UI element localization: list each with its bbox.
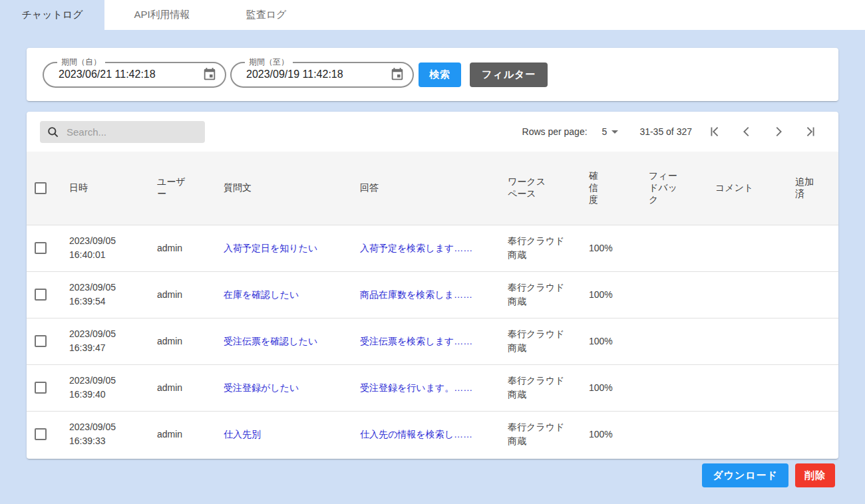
cell-confidence: 100% — [589, 336, 613, 346]
select-all-checkbox[interactable] — [35, 182, 47, 194]
col-header-question: 質問文 — [213, 152, 349, 225]
footer-actions: ダウンロード 削除 — [702, 463, 835, 487]
calendar-icon[interactable] — [202, 67, 217, 82]
download-button[interactable]: ダウンロード — [702, 463, 788, 487]
first-page-icon — [707, 124, 722, 139]
question-link[interactable]: 受注伝票を確認したい — [224, 336, 317, 346]
table-row: 2023/09/05 16:39:47 admin 受注伝票を確認したい 受注伝… — [27, 318, 838, 364]
answer-link[interactable]: 受注伝票を検索します…… — [360, 336, 472, 346]
pagination: Rows per page: 5 31-35 of 327 — [522, 118, 826, 145]
tab-bar: チャットログ API利用情報 監査ログ — [0, 0, 865, 30]
cell-workspace: 奉行クラウド 商蔵 — [508, 235, 564, 260]
row-checkbox[interactable] — [35, 289, 47, 301]
filter-panel: 期間（自） 2023/06/21 11:42:18 期間（至） 2023/09/… — [27, 48, 838, 101]
col-header-confidence: 確 信 度 — [578, 152, 638, 225]
table-header-row: 日時 ユーザ ー 質問文 回答 ワークス ペース 確 信 度 フィー ドバッ ク… — [27, 152, 838, 225]
question-link[interactable]: 在庫を確認したい — [224, 289, 299, 300]
rows-per-page-select[interactable]: 5 — [602, 126, 619, 137]
cell-workspace: 奉行クラウド 商蔵 — [508, 282, 564, 307]
chevron-left-icon — [739, 124, 754, 139]
cell-user: admin — [157, 429, 182, 440]
rows-per-page-value: 5 — [602, 126, 607, 137]
col-header-answer: 回答 — [349, 152, 497, 225]
delete-button[interactable]: 削除 — [795, 463, 835, 487]
date-from-value[interactable]: 2023/06/21 11:42:18 — [59, 68, 202, 80]
question-link[interactable]: 受注登録がしたい — [224, 382, 299, 393]
answer-link[interactable]: 仕入先の情報を検索し…… — [360, 429, 472, 440]
search-icon — [47, 126, 59, 138]
cell-datetime: 2023/09/05 16:39:47 — [69, 328, 116, 353]
col-header-workspace: ワークス ペース — [497, 152, 578, 225]
question-link[interactable]: 入荷予定日を知りたい — [224, 243, 317, 253]
cell-datetime: 2023/09/05 16:39:54 — [69, 282, 116, 307]
rows-per-page-label: Rows per page: — [522, 126, 588, 137]
cell-workspace: 奉行クラウド 商蔵 — [508, 328, 564, 353]
row-checkbox[interactable] — [35, 242, 47, 254]
tab-audit-log[interactable]: 監査ログ — [220, 0, 313, 30]
cell-user: admin — [157, 382, 182, 393]
date-to-value[interactable]: 2023/09/19 11:42:18 — [246, 68, 390, 80]
date-to-field[interactable]: 期間（至） 2023/09/19 11:42:18 — [230, 62, 414, 88]
cell-user: admin — [157, 289, 182, 300]
col-header-user: ユーザ ー — [146, 152, 213, 225]
screen: チャットログ API利用情報 監査ログ 期間（自） 2023/06/21 11:… — [0, 0, 865, 504]
row-checkbox[interactable] — [35, 382, 47, 394]
last-page-icon — [803, 124, 818, 139]
first-page-button[interactable] — [699, 118, 731, 145]
date-from-label: 期間（自） — [57, 57, 105, 66]
calendar-icon[interactable] — [390, 67, 405, 82]
cell-datetime: 2023/09/05 16:39:40 — [69, 375, 116, 400]
chevron-down-icon — [611, 130, 618, 134]
cell-confidence: 100% — [589, 289, 613, 300]
answer-link[interactable]: 入荷予定を検索します…… — [360, 243, 472, 253]
chevron-right-icon — [771, 124, 786, 139]
table-search-box[interactable] — [40, 121, 205, 143]
cell-workspace: 奉行クラウド 商蔵 — [508, 422, 564, 446]
date-from-field[interactable]: 期間（自） 2023/06/21 11:42:18 — [43, 62, 226, 88]
col-header-datetime: 日時 — [59, 152, 146, 225]
table-row: 2023/09/05 16:39:40 admin 受注登録がしたい 受注登録を… — [27, 364, 838, 411]
chat-log-table: 日時 ユーザ ー 質問文 回答 ワークス ペース 確 信 度 フィー ドバッ ク… — [27, 152, 838, 457]
cell-user: admin — [157, 336, 182, 346]
tab-api-usage[interactable]: API利用情報 — [104, 0, 220, 30]
table-row: 2023/09/05 16:39:33 admin 仕入先別 仕入先の情報を検索… — [27, 411, 838, 457]
search-input[interactable] — [65, 126, 198, 138]
cell-confidence: 100% — [589, 243, 613, 253]
cell-datetime: 2023/09/05 16:40:01 — [69, 235, 116, 260]
filter-button[interactable]: フィルター — [470, 63, 548, 87]
next-page-button[interactable] — [763, 118, 794, 145]
pagination-range: 31-35 of 327 — [639, 126, 692, 137]
cell-datetime: 2023/09/05 16:39:33 — [69, 422, 116, 446]
cell-confidence: 100% — [589, 429, 613, 440]
previous-page-button[interactable] — [731, 118, 763, 145]
search-button[interactable]: 検索 — [419, 63, 461, 87]
cell-workspace: 奉行クラウド 商蔵 — [508, 375, 564, 400]
last-page-button[interactable] — [794, 118, 826, 145]
pager-buttons — [699, 118, 826, 145]
col-header-comment: コメント — [705, 152, 784, 225]
date-to-label: 期間（至） — [245, 57, 293, 66]
table-toolbar: Rows per page: 5 31-35 of 327 — [27, 112, 838, 152]
col-header-feedback: フィー ドバッ ク — [638, 152, 705, 225]
cell-user: admin — [157, 243, 182, 253]
row-checkbox[interactable] — [35, 335, 47, 347]
table-row: 2023/09/05 16:39:54 admin 在庫を確認したい 商品在庫数… — [27, 271, 838, 318]
table-row: 2023/09/05 16:40:01 admin 入荷予定日を知りたい 入荷予… — [27, 225, 838, 271]
chat-log-table-card: Rows per page: 5 31-35 of 327 — [27, 112, 838, 459]
question-link[interactable]: 仕入先別 — [224, 429, 261, 440]
answer-link[interactable]: 受注登録を行います。…… — [360, 382, 472, 393]
answer-link[interactable]: 商品在庫数を検索しま…… — [360, 289, 472, 300]
cell-confidence: 100% — [589, 382, 613, 393]
row-checkbox[interactable] — [35, 428, 47, 440]
tab-chat-log[interactable]: チャットログ — [0, 0, 104, 30]
col-header-added: 追加 済 — [784, 152, 838, 225]
